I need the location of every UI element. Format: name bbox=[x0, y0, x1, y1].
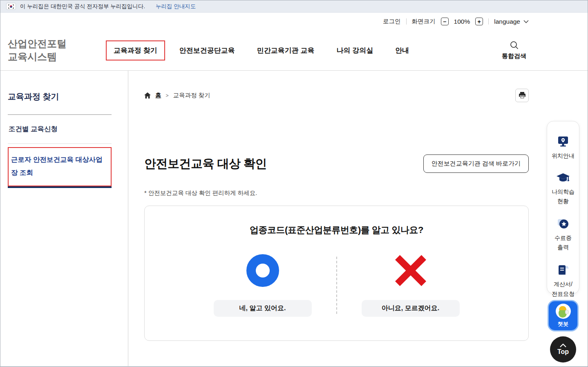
sidebar-item-conditional-application[interactable]: 조건별 교육신청 bbox=[8, 115, 112, 143]
page-subtitle: * 안전보건교육 대상 확인 편리하게 하세요. bbox=[144, 189, 529, 197]
education-institution-search-button[interactable]: 안전보건교육기관 검색 바로가기 bbox=[423, 154, 529, 173]
sidebar-title: 교육과정 찾기 bbox=[8, 91, 112, 102]
nav-item-kosha-education[interactable]: 안전보건공단교육 bbox=[172, 40, 243, 60]
title-row: 안전보건교육 대상 확인 안전보건교육기관 검색 바로가기 bbox=[144, 154, 529, 173]
chatbot-button[interactable]: 챗봇 bbox=[548, 300, 579, 331]
sidebar: 교육과정 찾기 조건별 교육신청 근로자 안전보건교육 대상사업장 조회 bbox=[0, 71, 128, 367]
logo-line2: 교육시스템 bbox=[8, 50, 67, 63]
option-no: 아니요, 모르겠어요. bbox=[362, 253, 460, 317]
scroll-to-top-button[interactable]: Top bbox=[550, 336, 576, 363]
sidebar-divider bbox=[8, 143, 112, 144]
utility-divider bbox=[488, 18, 489, 25]
gov-banner: 이 누리집은 대한민국 공식 전자정부 누리집입니다. 누리집 안내지도 bbox=[0, 0, 588, 13]
question-text: 업종코드(표준산업분류번호)를 알고 있나요? bbox=[145, 224, 528, 236]
invoice-icon bbox=[557, 264, 569, 276]
quick-item-label: 수료증 출력 bbox=[554, 233, 572, 252]
chevron-up-icon bbox=[560, 344, 566, 347]
logo-line1: 산업안전포털 bbox=[8, 37, 67, 50]
chatbot-label: 챗봇 bbox=[558, 320, 568, 328]
footer-top-border bbox=[0, 366, 588, 367]
site-map-link[interactable]: 누리집 안내지도 bbox=[156, 3, 196, 10]
breadcrumb-row: 홈 > 교육과정 찾기 bbox=[144, 89, 529, 102]
nav-item-my-classroom[interactable]: 나의 강의실 bbox=[329, 40, 381, 60]
option-yes: 네, 알고 있어요. bbox=[214, 253, 312, 317]
nav-item-guide[interactable]: 안내 bbox=[387, 40, 417, 60]
breadcrumb: 홈 > 교육과정 찾기 bbox=[144, 92, 210, 99]
screen-size-label: 화면크기 bbox=[412, 18, 436, 25]
monitor-location-icon bbox=[557, 136, 569, 148]
zoom-out-button[interactable]: − bbox=[441, 18, 449, 25]
nav-item-course-search[interactable]: 교육과정 찾기 bbox=[106, 40, 165, 60]
graduation-cap-icon bbox=[556, 173, 570, 184]
korea-flag-icon bbox=[6, 3, 16, 10]
body: 교육과정 찾기 조건별 교육신청 근로자 안전보건교육 대상사업장 조회 홈 >… bbox=[0, 71, 588, 367]
sidebar-item-active-wrap: 근로자 안전보건교육 대상사업장 조회 bbox=[8, 147, 112, 188]
integrated-search-button[interactable]: 통합검색 bbox=[502, 41, 526, 60]
nav-item-private-education[interactable]: 민간교육기관 교육 bbox=[249, 40, 322, 60]
options-row: 네, 알고 있어요. 아니요, 모르겠어요. bbox=[145, 253, 528, 317]
gov-banner-text: 이 누리집은 대한민국 공식 전자정부 누리집입니다. bbox=[20, 3, 145, 10]
quick-item-label: 계산서/ 전표요청 bbox=[552, 280, 575, 298]
industry-code-question-card: 업종코드(표준산업분류번호)를 알고 있나요? 네, 알고 있어요. 아니요, … bbox=[144, 206, 529, 341]
chatbot-avatar-icon bbox=[556, 304, 571, 319]
options-divider bbox=[336, 257, 337, 314]
header: 산업안전포털 교육시스템 교육과정 찾기 안전보건공단교육 민간교육기관 교육 … bbox=[0, 30, 588, 71]
print-button[interactable] bbox=[515, 89, 529, 102]
main-nav: 교육과정 찾기 안전보건공단교육 민간교육기관 교육 나의 강의실 안내 bbox=[106, 40, 417, 60]
utility-bar: 로그인 화면크기 − 100% + language bbox=[0, 13, 588, 30]
quick-item-location-guide[interactable]: 위치안내 bbox=[552, 136, 575, 161]
quick-menu-panel: 위치안내 나의학습 현황 수료증 출력 bbox=[547, 121, 579, 294]
home-icon bbox=[144, 92, 151, 98]
breadcrumb-separator: > bbox=[166, 93, 169, 98]
language-selector[interactable]: language bbox=[494, 18, 529, 25]
chevron-down-icon bbox=[523, 20, 529, 23]
sidebar-item-worker-safety-education-lookup[interactable]: 근로자 안전보건교육 대상사업장 조회 bbox=[8, 147, 112, 186]
search-label: 통합검색 bbox=[502, 52, 526, 60]
quick-item-certificate-print[interactable]: 수료증 출력 bbox=[554, 218, 572, 252]
zoom-level-value: 100% bbox=[454, 18, 470, 25]
page-title: 안전보건교육 대상 확인 bbox=[144, 156, 267, 172]
language-label: language bbox=[494, 18, 520, 25]
breadcrumb-current: 교육과정 찾기 bbox=[173, 92, 210, 99]
page: 이 누리집은 대한민국 공식 전자정부 누리집입니다. 누리집 안내지도 로그인… bbox=[0, 0, 588, 367]
breadcrumb-home-link[interactable]: 홈 bbox=[155, 92, 161, 99]
top-label: Top bbox=[557, 348, 569, 356]
quick-item-label: 위치안내 bbox=[552, 151, 575, 161]
quick-item-invoice-request[interactable]: 계산서/ 전표요청 bbox=[552, 264, 575, 298]
no-button[interactable]: 아니요, 모르겠어요. bbox=[362, 300, 460, 317]
site-logo[interactable]: 산업안전포털 교육시스템 bbox=[8, 37, 67, 64]
main-content: 홈 > 교육과정 찾기 안전보건교육 대상 확인 안전보건교육기관 검색 바로가… bbox=[128, 71, 588, 367]
certificate-seal-icon bbox=[557, 218, 569, 230]
yes-button[interactable]: 네, 알고 있어요. bbox=[214, 300, 312, 317]
search-icon bbox=[510, 41, 519, 49]
utility-divider bbox=[406, 18, 407, 25]
quick-item-label: 나의학습 현황 bbox=[552, 187, 575, 206]
login-link[interactable]: 로그인 bbox=[383, 18, 401, 25]
zoom-in-button[interactable]: + bbox=[475, 18, 483, 25]
quick-item-my-learning-status[interactable]: 나의학습 현황 bbox=[552, 173, 575, 206]
o-circle-icon bbox=[246, 253, 279, 288]
printer-icon bbox=[519, 92, 526, 99]
x-mark-icon bbox=[395, 253, 427, 288]
